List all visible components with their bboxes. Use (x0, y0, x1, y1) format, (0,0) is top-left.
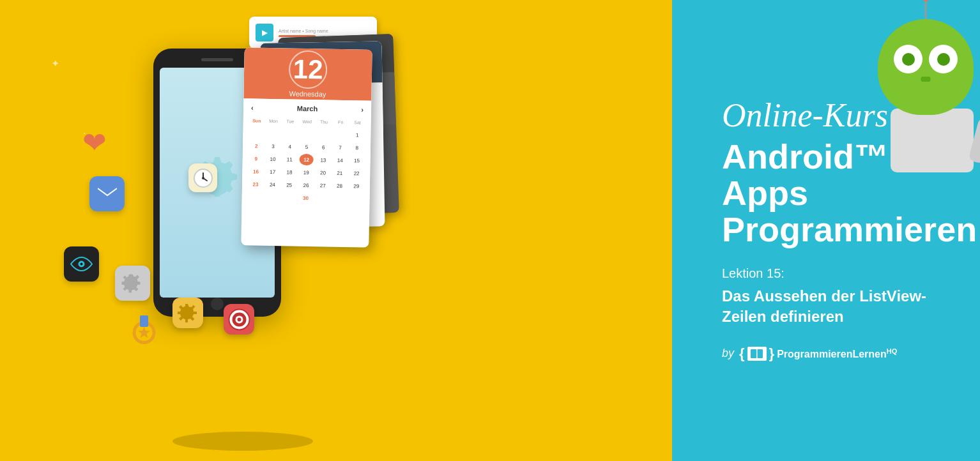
cal-cell: 3 (266, 140, 280, 152)
robot-head (878, 19, 974, 115)
cal-cell: 16 (249, 165, 263, 177)
cal-cell: 2 (249, 140, 263, 151)
branding-area: by { } ProgrammierenLernenHQ (722, 345, 977, 362)
cal-cell: 23 (249, 178, 263, 190)
cal-cell (266, 128, 280, 139)
heart-icon: ❤ (77, 125, 112, 160)
cal-front-body: ‹ March › Sun Mon Tue Wed Thu (241, 98, 371, 211)
cal-month-label: March (297, 105, 318, 113)
settings-gear-icon (115, 266, 150, 301)
cal-next-icon[interactable]: › (361, 105, 364, 113)
lesson-title: Das Aussehen der ListView-Zeilen definie… (722, 286, 977, 326)
cal-cell: 21 (333, 167, 347, 179)
cal-grid: Sun Mon Tue Wed Thu Fri Sat (247, 114, 365, 204)
robot-antenna (925, 0, 927, 19)
medal-icon (128, 314, 160, 345)
branding-name-label: ProgrammierenLernenHQ (777, 347, 897, 360)
cal-week-1: 1 (248, 127, 365, 140)
course-title-line2: Apps (722, 175, 977, 211)
cal-cell: 28 (332, 180, 346, 192)
cal-cell: 7 (333, 142, 347, 153)
cal-cell (300, 128, 314, 140)
cal-week-6: 30 (247, 191, 364, 204)
course-title-line3: Programmieren (722, 211, 977, 248)
cal-cell: 5 (300, 141, 314, 153)
cal-cell: 29 (349, 180, 364, 192)
medal-svg (130, 312, 158, 347)
svg-rect-18 (751, 349, 756, 358)
cal-cell: 25 (282, 179, 296, 190)
phone-shadow (172, 432, 313, 451)
robot-eye-left (894, 45, 923, 73)
main-container: ✦ ✦ · (0, 0, 980, 461)
cal-cell: 6 (316, 141, 330, 153)
svg-point-13 (237, 317, 241, 321)
gear-gold-svg (178, 303, 198, 323)
cal-cell: 14 (333, 155, 347, 166)
cal-cell: 8 (350, 142, 364, 153)
cal-cell: 13 (316, 154, 330, 165)
cal-cell: 22 (349, 167, 364, 179)
right-section: Online-Kurs Android™ Apps Programmieren … (684, 0, 980, 461)
cal-front-date-day: Wednesday (289, 90, 326, 98)
cal-days-header-row: Sun Mon Tue Wed Thu Fri Sat (249, 114, 366, 128)
cal-cell (249, 127, 263, 139)
robot-eye-right (929, 45, 958, 73)
lesson-label: Lektion 15: (722, 266, 977, 281)
phone-notch (201, 58, 233, 61)
cal-cell (316, 128, 330, 140)
cal-cell: 27 (316, 179, 330, 191)
cal-header-mon: Mon (266, 115, 280, 126)
calendar-front: 12 Wednesday ‹ March › Sun (241, 47, 372, 247)
gear-gold-icon (172, 298, 203, 328)
course-main-title: Android™ Apps Programmieren (722, 139, 977, 247)
eye-svg (70, 256, 93, 272)
branding-logo: { } ProgrammierenLernenHQ (739, 345, 897, 362)
branding-open-bracket: { (739, 345, 745, 362)
cal-header-wed: Wed (300, 116, 314, 127)
calendar-stack: 1 SunMonTueWed 2345 9101112 16171819 232… (243, 36, 422, 278)
mail-icon (89, 176, 125, 211)
branding-by-label: by (722, 347, 734, 360)
phone-home-button (211, 298, 224, 310)
cal-cell: 15 (349, 155, 364, 166)
cal-cell: 10 (266, 153, 280, 165)
svg-rect-0 (98, 187, 117, 201)
cal-cell: 18 (282, 166, 296, 178)
target-icon (224, 304, 254, 335)
clock-svg (193, 168, 213, 188)
left-section: ✦ ✦ · (0, 0, 684, 461)
course-title-line1: Android™ (722, 139, 977, 175)
cal-cell: 9 (249, 153, 263, 164)
svg-rect-8 (140, 315, 148, 327)
cal-front-header: 12 Wednesday (243, 47, 372, 100)
phone-area: ❤ (51, 23, 434, 438)
cal-cell: 24 (265, 179, 279, 190)
svg-point-3 (80, 263, 83, 266)
cal-cell: 11 (282, 153, 296, 165)
eye-icon (64, 246, 99, 282)
cal-header-tue: Tue (283, 115, 297, 126)
cal-prev-icon[interactable]: ‹ (251, 103, 254, 111)
cal-header-fri: Fri (333, 116, 348, 128)
book-svg (750, 349, 764, 359)
cal-cell (283, 128, 297, 139)
cal-cell: 26 (299, 179, 313, 191)
cal-week-3: 9 10 11 12 13 14 15 (248, 153, 365, 166)
cal-week-2: 2 3 4 5 6 7 8 (248, 140, 365, 153)
cal-nav: ‹ March › (249, 103, 366, 113)
gear-svg (121, 272, 144, 294)
cal-week-5: 23 24 25 26 27 28 29 (247, 178, 365, 192)
branding-book-icon (747, 347, 767, 361)
robot-pupil-left (902, 53, 915, 66)
mail-svg (98, 187, 117, 201)
cal-cell: 17 (266, 166, 280, 178)
robot-antenna-ball (922, 0, 930, 1)
cal-cell: 20 (316, 167, 330, 178)
cal-cell-today: 12 (299, 154, 313, 165)
robot-nose (921, 77, 931, 82)
cal-cell: 4 (283, 140, 297, 152)
cal-header-sat: Sat (350, 116, 364, 128)
blue-divider (672, 0, 684, 461)
cal-header-thu: Thu (317, 116, 331, 127)
